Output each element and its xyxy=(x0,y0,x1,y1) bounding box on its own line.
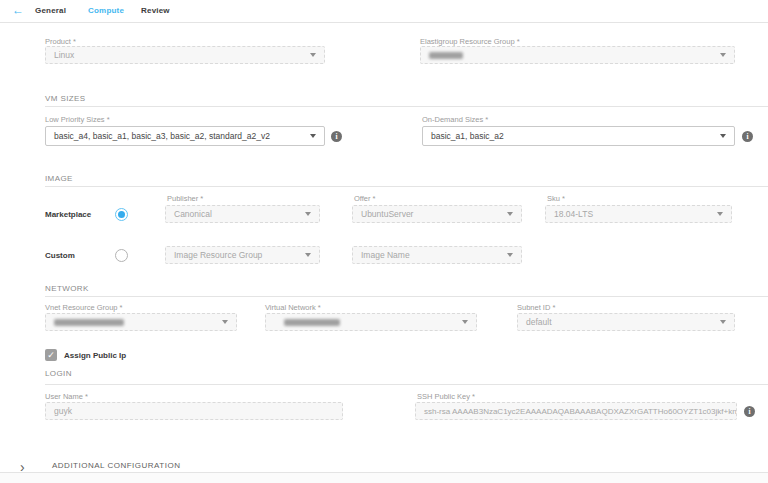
virtual-network-label: Virtual Network * xyxy=(265,303,321,312)
user-name-input[interactable]: guyk xyxy=(45,402,343,420)
sku-select[interactable]: 18.04-LTS xyxy=(545,205,732,223)
marketplace-row-label: Marketplace xyxy=(45,210,91,219)
info-icon[interactable]: i xyxy=(331,131,342,142)
ssh-public-key-label: SSH Public Key * xyxy=(417,392,475,401)
redacted-value xyxy=(284,319,340,326)
product-value: Linux xyxy=(54,50,74,60)
virtual-network-select[interactable] xyxy=(265,313,477,331)
offer-value: UbuntuServer xyxy=(361,209,413,219)
tab-compute[interactable]: Compute xyxy=(88,6,124,15)
assign-public-ip-checkbox[interactable]: ✓ xyxy=(45,349,57,361)
network-divider xyxy=(45,296,768,297)
redacted-value xyxy=(429,52,463,59)
compute-configuration-page: ← General Compute Review Product * Linux… xyxy=(0,0,768,483)
product-select[interactable]: Linux xyxy=(45,46,325,64)
chevron-down-icon xyxy=(717,212,723,216)
ssh-public-key-value: ssh-rsa AAAAB3NzaC1yc2EAAAADAQABAAABAQDX… xyxy=(424,407,737,416)
assign-public-ip-label: Assign Public Ip xyxy=(64,351,126,360)
publisher-select[interactable]: Canonical xyxy=(165,205,320,223)
info-icon[interactable]: i xyxy=(742,131,753,142)
vm-sizes-section-title: VM SIZES xyxy=(45,94,86,103)
chevron-down-icon xyxy=(720,53,726,57)
login-section-title: LOGIN xyxy=(45,369,72,378)
chevron-down-icon xyxy=(720,134,726,138)
subnet-id-value: default xyxy=(526,317,552,327)
info-icon[interactable]: i xyxy=(744,406,755,417)
chevron-down-icon xyxy=(310,53,316,57)
chevron-down-icon xyxy=(305,253,311,257)
image-resource-group-select[interactable]: Image Resource Group xyxy=(165,246,320,264)
low-priority-sizes-label: Low Priority Sizes * xyxy=(45,115,110,124)
sku-value: 18.04-LTS xyxy=(554,209,593,219)
image-resource-group-placeholder: Image Resource Group xyxy=(174,250,262,260)
low-priority-sizes-value: basic_a4, basic_a1, basic_a3, basic_a2, … xyxy=(54,131,270,141)
redacted-value xyxy=(54,319,124,326)
vnet-resource-group-select[interactable] xyxy=(45,313,237,331)
image-section-title: IMAGE xyxy=(45,174,73,183)
publisher-label: Publisher * xyxy=(167,194,203,203)
offer-label: Offer * xyxy=(354,194,376,203)
ssh-public-key-input[interactable]: ssh-rsa AAAAB3NzaC1yc2EAAAADAQABAAABAQDX… xyxy=(415,402,737,420)
chevron-down-icon xyxy=(310,134,316,138)
footer-strip xyxy=(0,473,768,483)
custom-row-label: Custom xyxy=(45,251,75,260)
on-demand-sizes-value: basic_a1, basic_a2 xyxy=(431,131,504,141)
subnet-id-label: Subnet ID * xyxy=(517,303,555,312)
on-demand-sizes-select[interactable]: basic_a1, basic_a2 xyxy=(422,126,735,146)
chevron-down-icon xyxy=(507,212,513,216)
chevron-down-icon xyxy=(305,212,311,216)
user-name-label: User Name * xyxy=(45,392,88,401)
network-section-title: NETWORK xyxy=(45,284,89,293)
image-divider xyxy=(45,186,768,187)
vnet-resource-group-label: Vnet Resource Group * xyxy=(45,303,123,312)
chevron-down-icon xyxy=(462,320,468,324)
sku-label: Sku * xyxy=(547,194,565,203)
publisher-value: Canonical xyxy=(174,209,212,219)
on-demand-sizes-label: On-Demand Sizes * xyxy=(422,115,488,124)
user-name-value: guyk xyxy=(54,406,72,416)
subnet-id-select[interactable]: default xyxy=(517,313,735,331)
chevron-down-icon xyxy=(222,320,228,324)
marketplace-radio[interactable] xyxy=(115,208,128,221)
product-label: Product * xyxy=(45,37,76,46)
custom-radio[interactable] xyxy=(115,249,128,262)
elastigroup-resource-group-label: Elastigroup Resource Group * xyxy=(420,37,520,46)
image-name-select[interactable]: Image Name xyxy=(352,246,522,264)
offer-select[interactable]: UbuntuServer xyxy=(352,205,522,223)
additional-configuration-expander[interactable]: ADDITIONAL CONFIGURATION xyxy=(52,461,180,470)
tab-general[interactable]: General xyxy=(35,6,66,15)
tab-review[interactable]: Review xyxy=(141,6,170,15)
image-name-placeholder: Image Name xyxy=(361,250,410,260)
tabbar-divider xyxy=(0,22,768,23)
back-arrow-icon[interactable]: ← xyxy=(12,4,24,16)
chevron-down-icon xyxy=(720,320,726,324)
login-divider xyxy=(45,384,768,385)
vm-sizes-divider xyxy=(45,106,768,107)
chevron-down-icon xyxy=(507,253,513,257)
low-priority-sizes-select[interactable]: basic_a4, basic_a1, basic_a3, basic_a2, … xyxy=(45,126,325,146)
elastigroup-resource-group-select[interactable] xyxy=(420,46,735,64)
